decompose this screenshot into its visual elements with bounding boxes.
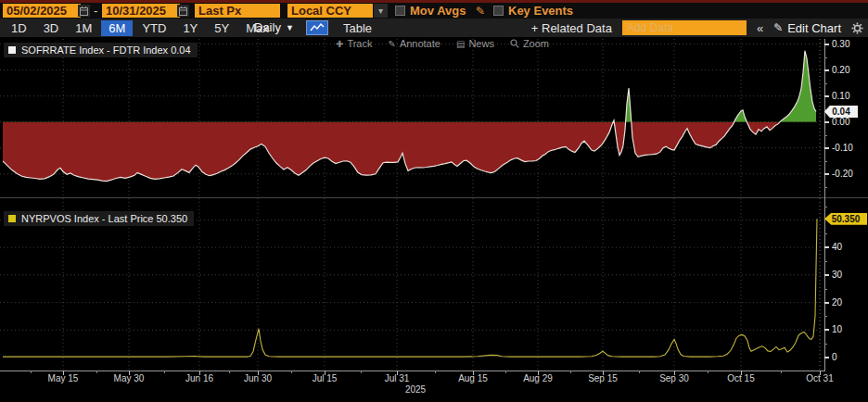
- x-tick-minor: [639, 371, 640, 373]
- x-tick-mark: [473, 371, 474, 375]
- toolbar-row-1: 05/02/2025 - 10/31/2025 Last Px Local CC…: [0, 3, 868, 19]
- settings-gear-icon[interactable]: [851, 22, 863, 34]
- start-date-calendar-icon[interactable]: [78, 5, 90, 17]
- mov-avgs-pencil-icon[interactable]: ✎: [476, 5, 485, 19]
- y-tick-mark: [824, 302, 829, 304]
- x-axis-line: [0, 371, 825, 371]
- track-button[interactable]: ✚ Track: [336, 38, 372, 49]
- nyrpvos-line: [3, 219, 817, 357]
- y-tick-label: 0.20: [832, 65, 849, 75]
- last-value-badge-bottom: 50.350: [824, 213, 867, 225]
- y-axis-line: [824, 39, 825, 371]
- collapse-chevrons-icon[interactable]: «: [757, 21, 763, 35]
- x-tick-mark: [674, 371, 675, 375]
- x-tick-minor: [291, 371, 292, 373]
- frequency-dropdown[interactable]: Daily ▼: [254, 20, 294, 34]
- add-data-input[interactable]: [622, 20, 747, 35]
- x-tick-mark: [741, 371, 742, 375]
- price-field-input[interactable]: Last Px: [195, 4, 280, 18]
- related-data-button[interactable]: + Related Data: [531, 21, 612, 35]
- y-tick-minor: [824, 135, 827, 136]
- period-button-ytd[interactable]: YTD: [134, 20, 173, 36]
- y-tick-minor: [824, 187, 827, 188]
- y-tick-label: 30: [832, 270, 842, 280]
- y-tick-minor: [824, 289, 827, 290]
- y-tick-label: -0.10: [832, 143, 853, 153]
- x-tick-mark: [258, 371, 259, 375]
- period-button-1y[interactable]: 1Y: [175, 20, 205, 36]
- period-button-1d[interactable]: 1D: [4, 20, 34, 36]
- currency-dropdown-arrow-icon[interactable]: ▾: [374, 4, 388, 18]
- x-tick-mark: [199, 371, 200, 375]
- period-button-1m[interactable]: 1M: [68, 20, 99, 36]
- start-date-input[interactable]: 05/02/2025: [3, 4, 81, 18]
- x-tick-minor: [96, 371, 97, 373]
- x-tick-mark: [325, 371, 326, 375]
- x-tick-minor: [570, 371, 571, 373]
- y-tick-minor: [824, 83, 827, 84]
- edit-chart-label: Edit Chart: [787, 21, 841, 35]
- y-tick-minor: [824, 316, 827, 317]
- y-tick-label: 0.30: [832, 39, 849, 49]
- frequency-label: Daily: [254, 20, 281, 34]
- x-tick-mark: [538, 371, 539, 375]
- legend-bottom[interactable]: NYRPVOS Index - Last Price 50.350: [4, 211, 194, 226]
- y-tick-mark: [824, 69, 829, 71]
- x-tick-mark: [603, 371, 604, 375]
- x-tick-minor: [31, 371, 32, 373]
- y-tick-mark: [824, 357, 829, 358]
- chart-type-button[interactable]: [306, 20, 328, 35]
- x-tick-minor: [505, 371, 506, 373]
- legend-swatch-yellow: [8, 215, 16, 222]
- x-tick-minor: [435, 371, 436, 373]
- period-button-6m[interactable]: 6M: [101, 20, 133, 36]
- date-range-separator: -: [94, 4, 97, 18]
- y-tick-minor: [824, 344, 827, 345]
- x-tick-mark: [63, 371, 64, 375]
- x-tick-mark: [397, 371, 398, 375]
- legend-top-label: SOFRRATE Index - FDTR Index 0.04: [21, 44, 191, 56]
- y-tick-minor: [824, 233, 827, 234]
- currency-select[interactable]: Local CCY: [287, 4, 373, 18]
- end-date-input[interactable]: 10/31/2025: [102, 4, 180, 18]
- period-buttons: 1D3D1M6MYTD1Y5YMax: [4, 19, 278, 37]
- legend-bottom-label: NYRPVOS Index - Last Price 50.350: [21, 213, 187, 224]
- chart-tools: ✚ Track ✎ Annotate ▤ News Zoom: [336, 37, 549, 50]
- y-tick-minor: [824, 57, 827, 58]
- bloomberg-chart-window: 05/02/2025 - 10/31/2025 Last Px Local CC…: [0, 0, 868, 402]
- x-tick-minor: [708, 371, 708, 373]
- x-tick-minor: [361, 371, 362, 373]
- edit-chart-button[interactable]: ✎ Edit Chart: [773, 21, 841, 35]
- end-date-calendar-icon[interactable]: [177, 5, 189, 17]
- zoom-button[interactable]: Zoom: [510, 38, 549, 49]
- news-icon: ▤: [456, 39, 465, 49]
- y-tick-minor: [824, 207, 827, 207]
- news-button[interactable]: ▤ News: [456, 38, 494, 49]
- key-events-checkbox[interactable]: [493, 6, 504, 16]
- table-button[interactable]: Table: [343, 21, 372, 35]
- key-events-label: Key Events: [508, 4, 573, 18]
- y-tick-label: 40: [832, 242, 842, 252]
- period-button-5y[interactable]: 5Y: [207, 20, 236, 36]
- period-button-3d[interactable]: 3D: [36, 20, 67, 36]
- x-tick-mark: [129, 371, 130, 375]
- magnifier-icon: [510, 39, 519, 48]
- y-tick-mark: [824, 121, 829, 123]
- y-tick-mark: [824, 246, 829, 248]
- annotate-button[interactable]: ✎ Annotate: [388, 38, 440, 49]
- mov-avgs-checkbox[interactable]: [395, 6, 405, 16]
- annotate-pencil-icon: ✎: [388, 39, 395, 49]
- y-tick-mark: [824, 329, 829, 331]
- x-tick-mark: [820, 371, 821, 375]
- x-axis-year-label: 2025: [395, 384, 436, 395]
- legend-top[interactable]: SOFRRATE Index - FDTR Index 0.04: [4, 43, 198, 57]
- track-crosshair-icon: ✚: [336, 39, 343, 49]
- y-tick-mark: [824, 147, 829, 149]
- legend-swatch-white: [8, 46, 16, 54]
- y-tick-label: 0.10: [832, 91, 849, 101]
- y-tick-minor: [824, 161, 827, 162]
- y-tick-mark: [824, 44, 829, 45]
- y-tick-label: 0.00: [832, 117, 849, 127]
- y-tick-mark: [824, 95, 829, 97]
- y-tick-mark: [824, 274, 829, 276]
